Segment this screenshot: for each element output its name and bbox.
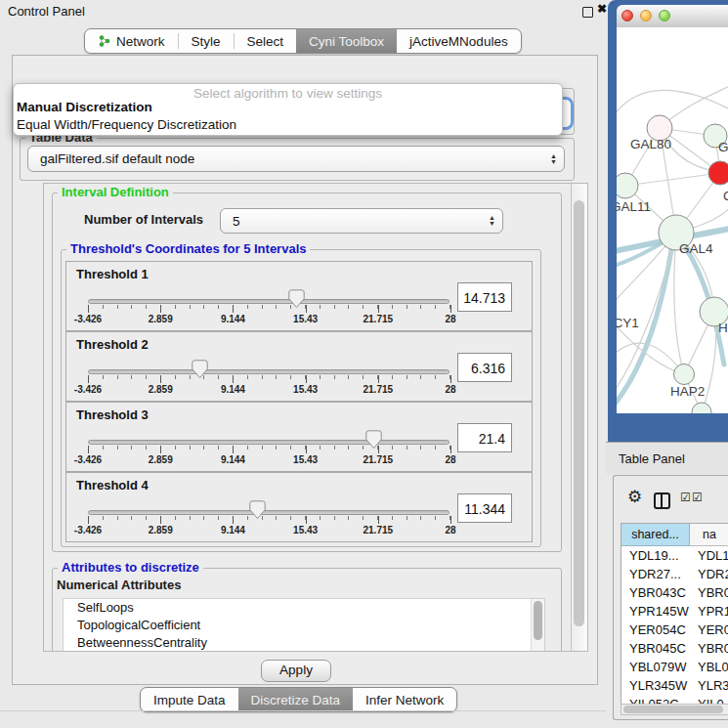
table-row[interactable]: YBL079WYBL0 <box>621 658 728 676</box>
spinner-down-icon: ▼ <box>489 221 495 227</box>
threshold-2-slider[interactable]: -3.426 2.859 9.144 15.43 21.715 28 <box>88 360 450 399</box>
slider-ticks <box>88 516 450 524</box>
gear-icon[interactable]: ⚙ <box>627 489 642 505</box>
network-window-titlebar[interactable] <box>617 5 728 28</box>
control-panel-title: Control Panel <box>8 4 85 19</box>
slider-tick-labels: -3.426 2.859 9.144 15.43 21.715 28 <box>88 454 450 466</box>
numerical-attributes-list[interactable]: SelfLoops TopologicalCoefficient Between… <box>63 598 545 652</box>
list-item[interactable]: SelfLoops <box>64 599 544 617</box>
cell[interactable]: YLR345W <box>621 676 690 695</box>
table-row[interactable]: YBR045CYBR0 <box>621 639 728 658</box>
cell[interactable]: YER0 <box>690 621 728 639</box>
list-item[interactable]: BetweennessCentrality <box>64 634 544 652</box>
spinner-down-icon: ▼ <box>550 159 557 165</box>
checkbox-checked-icon[interactable]: ☑ <box>692 492 703 503</box>
threshold-3-value-field[interactable]: 21.4 <box>457 423 512 452</box>
threshold-3-label: Threshold 3 <box>76 407 149 422</box>
threshold-3-panel: Threshold 3 -3.426 2.859 9.144 <box>65 402 533 472</box>
tab-cyni-toolbox[interactable]: Cyni Toolbox <box>296 29 397 53</box>
cell[interactable]: YDR2 <box>690 565 728 583</box>
tab-infer-network-label: Infer Network <box>365 693 444 707</box>
cell[interactable]: YLR3 <box>690 676 728 695</box>
apply-button[interactable]: Apply <box>261 660 331 682</box>
cell[interactable]: YDL19... <box>621 546 690 565</box>
mac-minimize-icon[interactable] <box>640 10 652 21</box>
threshold-3-slider[interactable]: -3.426 2.859 9.144 15.43 21.715 28 <box>88 430 450 469</box>
checkbox-checked-icon[interactable]: ☑ <box>680 492 691 503</box>
list-scrollbar[interactable] <box>531 599 544 652</box>
cell[interactable]: YDL1 <box>690 546 728 565</box>
slider-track[interactable] <box>88 510 450 515</box>
list-item[interactable]: TopologicalCoefficient <box>64 617 544 634</box>
node-hap2[interactable] <box>674 364 695 385</box>
slider-track[interactable] <box>88 440 450 445</box>
dropdown-option-equal-width[interactable]: Equal Width/Frequency Discretization <box>17 117 236 132</box>
node-selected-red[interactable] <box>708 161 728 185</box>
float-window-icon[interactable] <box>582 7 593 18</box>
scrollbar-thumb[interactable] <box>574 200 584 626</box>
cell[interactable]: YDR27... <box>621 565 690 583</box>
close-icon[interactable]: ✖ <box>597 2 607 16</box>
threshold-1-slider[interactable]: -3.426 2.859 9.144 15.43 21.715 28 <box>88 289 450 328</box>
table-row[interactable]: YBR043CYBR0 <box>621 583 728 602</box>
cell[interactable]: YPR145W <box>621 602 690 621</box>
scrollbar-thumb[interactable] <box>534 601 542 640</box>
attributes-group-title: Attributes to discretize <box>58 560 203 575</box>
table-row[interactable]: YPR145WYPR1 <box>621 602 728 621</box>
mac-close-icon[interactable] <box>621 10 633 21</box>
slider-track[interactable] <box>88 299 450 304</box>
split-columns-icon[interactable] <box>654 492 670 509</box>
table-data-combobox[interactable]: galFiltered.sif default node ▲ ▼ <box>27 146 565 172</box>
cell[interactable]: YBR0 <box>690 639 728 658</box>
tick-label: 21.715 <box>364 525 394 535</box>
node-label: GAL11 <box>617 199 651 214</box>
cell[interactable]: YER054C <box>621 621 690 639</box>
table-row[interactable]: YDR27...YDR2 <box>621 565 728 583</box>
tick-label: 28 <box>445 525 455 535</box>
tab-network[interactable]: Network <box>85 29 178 53</box>
tick-label: 21.715 <box>364 454 394 465</box>
cell[interactable]: YPR1 <box>690 602 728 621</box>
tab-discretize-data[interactable]: Discretize Data <box>238 688 354 711</box>
threshold-4-value-field[interactable]: 11.344 <box>457 493 512 523</box>
table-horizontal-scrollbar[interactable] <box>621 704 728 715</box>
slider-track[interactable] <box>88 369 450 374</box>
dropdown-option-manual[interactable]: Manual Discretization <box>17 100 152 114</box>
tab-jactivemnodules[interactable]: jActiveMNodules <box>397 29 521 53</box>
threshold-4-slider[interactable]: -3.426 2.859 9.144 15.43 21.715 28 <box>88 500 450 539</box>
tick-label: 28 <box>445 314 455 324</box>
network-icon <box>98 34 111 48</box>
threshold-1-value-field[interactable]: 14.713 <box>457 282 512 312</box>
tab-infer-network[interactable]: Infer Network <box>353 688 456 711</box>
threshold-2-value-field[interactable]: 6.316 <box>457 353 512 382</box>
table-row[interactable]: YDL19...YDL1 <box>621 546 728 565</box>
table-row[interactable]: YLR345WYLR3 <box>621 676 728 695</box>
cell[interactable]: YBR045C <box>621 639 690 658</box>
cell[interactable]: YBL0 <box>690 658 728 676</box>
node-clipped-bottom[interactable] <box>692 403 711 413</box>
node-attribute-table[interactable]: shared... na YDL19...YDL1 YDR27...YDR2 Y… <box>621 523 728 705</box>
column-header-name[interactable]: na <box>690 524 728 546</box>
algorithm-dropdown-popup: Select algorithm to view settings Manual… <box>13 83 563 136</box>
tab-select[interactable]: Select <box>235 29 297 53</box>
column-header-shared-name[interactable]: shared... <box>621 524 690 546</box>
table-row[interactable]: YER054CYER0 <box>621 621 728 639</box>
network-view-canvas[interactable]: GAL80 G. C GAL11 GAL4 GCY1 H HAP2 <box>617 27 728 413</box>
tick-label: 21.715 <box>364 384 394 395</box>
cell[interactable]: YBL079W <box>621 658 690 676</box>
cell[interactable]: YBR0 <box>690 583 728 602</box>
cell[interactable]: YBR043C <box>621 583 690 602</box>
thresholds-group-title: Threshold's Coordinates for 5 Intervals <box>66 241 310 256</box>
node-label: GAL80 <box>630 137 671 151</box>
scrollbar-thumb[interactable] <box>623 706 723 713</box>
mac-zoom-icon[interactable] <box>659 10 670 21</box>
node-label: G. <box>718 140 728 154</box>
node-gal11[interactable] <box>617 173 638 198</box>
spinner-arrows-icon: ▲ ▼ <box>489 209 495 233</box>
tab-impute-data[interactable]: Impute Data <box>141 688 238 711</box>
num-intervals-combobox[interactable]: 5 ▲ ▼ <box>220 208 503 234</box>
bottom-tab-bar: Impute Data Discretize Data Infer Networ… <box>140 687 457 712</box>
tab-style[interactable]: Style <box>179 29 234 53</box>
settings-vertical-scrollbar[interactable] <box>571 184 587 651</box>
slider-tick-labels: -3.426 2.859 9.144 15.43 21.715 28 <box>88 384 450 396</box>
